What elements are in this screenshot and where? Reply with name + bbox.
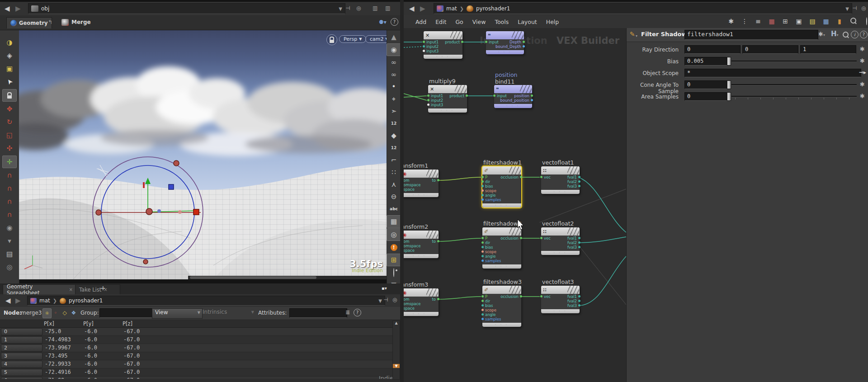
input-dot[interactable] — [427, 99, 429, 101]
input-dot[interactable] — [481, 304, 484, 307]
tree-view-icon[interactable]: ⋮ — [739, 16, 750, 26]
row-number[interactable]: 5 — [1, 369, 42, 376]
tab-geometry-spreadsheet[interactable]: Geometry Spreadsheet× — [3, 284, 77, 294]
output-dot[interactable] — [531, 99, 533, 101]
rotate-tool-icon[interactable]: ↻ — [3, 116, 16, 128]
display-options-icon[interactable]: ∞ — [387, 57, 401, 68]
slider-handle[interactable] — [727, 80, 731, 89]
output-dot[interactable] — [437, 179, 439, 181]
input-dot[interactable] — [481, 194, 484, 196]
row-number[interactable]: 1 — [1, 336, 42, 344]
output-dot[interactable] — [578, 237, 580, 239]
table-row[interactable]: 0-75.0-6.0-67.0 — [0, 328, 392, 336]
shading-menu-icon[interactable]: ⊖ — [387, 191, 401, 203]
visibility-eye-icon[interactable] — [861, 16, 868, 26]
layout-grid-icon[interactable]: ⊞ — [387, 254, 401, 266]
menu-add[interactable]: Add — [411, 17, 431, 27]
info-icon[interactable]: i — [851, 31, 859, 38]
menu-layout[interactable]: Layout — [513, 17, 542, 27]
node-footer[interactable]: · · · — [541, 251, 580, 255]
node-name-input[interactable]: filtershadow1 — [684, 30, 818, 40]
menu-tools[interactable]: Tools — [490, 17, 513, 27]
mat-path-field[interactable]: mat ❯ pyroshader1 ▼ — [434, 3, 852, 14]
output-dot[interactable] — [578, 295, 580, 297]
view-mode-icon[interactable]: ◉ — [387, 43, 401, 56]
menu-edit[interactable]: Edit — [431, 17, 451, 27]
pane-split-icon[interactable]: ▥ — [373, 5, 377, 11]
input-dot[interactable] — [481, 318, 484, 320]
camera-select-button[interactable]: cam2▼ — [365, 35, 387, 43]
film-tool-icon[interactable]: ◎ — [3, 261, 16, 273]
node-bind[interactable]: ❝inputDepthbound_Depth· · · — [486, 31, 524, 54]
input-dot[interactable] — [481, 185, 484, 187]
output-dot[interactable] — [437, 298, 439, 300]
input-dot[interactable] — [481, 259, 484, 262]
column-header-P[z][interactable]: P[z] — [121, 321, 161, 328]
slider-handle[interactable] — [727, 57, 731, 66]
search-icon[interactable] — [843, 32, 849, 38]
input-dot[interactable] — [481, 176, 484, 178]
param-field[interactable]: 0.005 — [684, 57, 727, 66]
intrinsics-dropdown[interactable]: Intrinsics▼ — [200, 308, 255, 318]
tab-close-icon[interactable]: × — [69, 287, 73, 292]
table-row[interactable]: 6-71.99-6.0-67.0 — [0, 377, 392, 379]
param-field[interactable]: 1 — [800, 45, 856, 54]
input-dot[interactable] — [481, 309, 484, 311]
slider-track[interactable] — [731, 84, 857, 85]
render-tool-icon[interactable]: ▤ — [3, 248, 16, 260]
lock-tool-icon[interactable] — [2, 89, 17, 102]
scroll-up-arrow[interactable]: ▲ — [393, 321, 400, 325]
output-dot[interactable] — [520, 295, 522, 297]
output-dot[interactable] — [437, 240, 439, 242]
slider-track[interactable] — [731, 96, 857, 97]
param-field[interactable]: 0 — [684, 92, 727, 101]
menu-view[interactable]: View — [468, 17, 491, 27]
input-dot[interactable] — [481, 237, 484, 239]
radial-menu-icon[interactable]: ◎ — [392, 297, 397, 303]
pin-pane-icon[interactable]: ⊣ — [383, 297, 388, 303]
scroll-up-icon[interactable]: ▲ — [387, 31, 401, 43]
output-dot[interactable] — [578, 180, 580, 183]
radial-menu-icon[interactable]: ◎ — [861, 5, 866, 11]
forward-arrow[interactable]: ▶ — [420, 4, 425, 13]
param-field[interactable]: 0 — [684, 45, 741, 54]
table-row[interactable]: 2-73.9967-6.0-67.0 — [0, 344, 392, 352]
column-header-P[y][interactable]: P[y] — [81, 321, 122, 328]
show-points-icon[interactable]: • — [387, 81, 401, 93]
add-image-icon[interactable]: ▦ — [821, 16, 831, 26]
row-number[interactable]: 2 — [1, 344, 42, 352]
row-number[interactable]: 3 — [1, 353, 42, 360]
gear-icon[interactable]: ✱ — [860, 93, 865, 99]
input-dot[interactable] — [481, 198, 484, 201]
node-bind11[interactable]: ❝inputpositionbound_position· · · — [494, 85, 532, 108]
help-icon[interactable]: ? — [860, 31, 868, 38]
network-editor[interactable]: Indie Edition VEX Builder — [404, 28, 626, 382]
pin-pane-icon[interactable]: ⊣ — [852, 5, 857, 11]
input-dot[interactable] — [481, 189, 484, 192]
pane-divider[interactable] — [400, 0, 404, 382]
pane-layout-icon[interactable]: ▥ — [385, 5, 390, 11]
slider-handle[interactable] — [727, 92, 731, 101]
view-volume-tool-icon[interactable]: ◑ — [3, 37, 16, 48]
pane-maximize-icon[interactable]: ▪▾ — [382, 286, 387, 291]
input-dot[interactable] — [493, 94, 495, 97]
input-dot[interactable] — [423, 45, 425, 47]
attributes-input[interactable] — [289, 308, 347, 318]
output-dot[interactable] — [578, 246, 580, 248]
node-ansform2[interactable]: ◉omomspacespaceto· · · — [404, 231, 439, 258]
node-footer[interactable]: · · · — [541, 190, 580, 194]
toolbar-expander-icon[interactable]: ▾ — [3, 235, 16, 247]
camera-options-icon[interactable]: ∞ — [387, 69, 401, 80]
viewport-h-scrollbar[interactable] — [188, 276, 387, 279]
snapshot-icon[interactable]: ▦ — [387, 215, 401, 228]
row-number[interactable]: 4 — [1, 361, 42, 368]
slider-track[interactable] — [731, 61, 857, 61]
node-filtershadow2[interactable]: ✐Pdirbiasscopeanglesamplesocclusion· · · — [482, 227, 521, 269]
gear-icon[interactable]: ✱ — [860, 46, 865, 52]
color-palette-icon[interactable]: ▦ — [766, 16, 777, 26]
input-dot[interactable] — [481, 250, 484, 253]
grid-display-icon[interactable]: ⌐ — [387, 154, 401, 166]
node-footer[interactable]: · · · — [482, 264, 521, 269]
row-number[interactable]: 0 — [1, 328, 42, 335]
node-footer[interactable]: · · · — [404, 312, 439, 316]
